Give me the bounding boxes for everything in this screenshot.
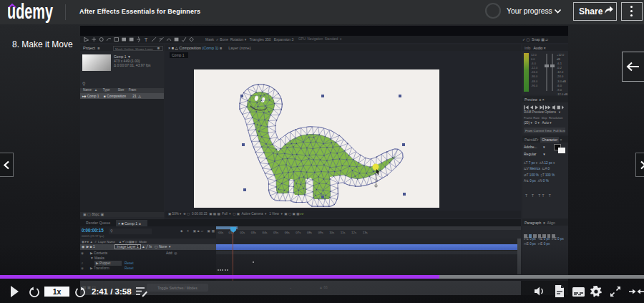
svg-text:udemy: udemy [8,2,53,23]
svg-text:T: T [145,37,148,43]
